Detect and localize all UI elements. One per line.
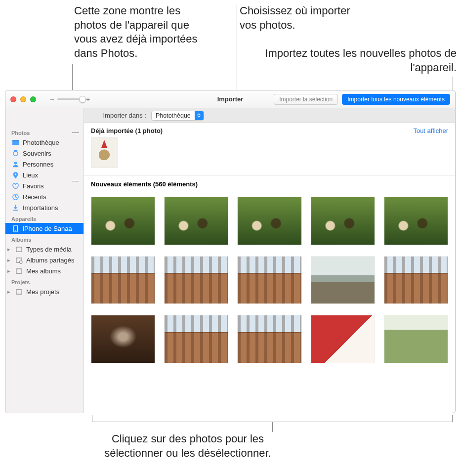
already-imported-label: Déjà importée (1 photo)	[91, 127, 163, 134]
photo-thumbnail[interactable]	[91, 137, 118, 168]
sidebar-item-label: Types de média	[26, 246, 72, 253]
heart-icon	[11, 182, 19, 190]
svg-point-11	[19, 260, 22, 263]
sidebar: Photos Photothèque Souvenirs Personnes L…	[5, 90, 84, 413]
minimize-window-button[interactable]	[20, 96, 26, 102]
photo-thumbnail[interactable]	[384, 256, 448, 304]
disclosure-icon[interactable]: ▸	[7, 289, 12, 295]
import-all-new-button[interactable]: Importer tous les nouveaux éléments	[342, 94, 450, 105]
sidebar-item-my-albums[interactable]: ▸ Mes albums	[5, 265, 84, 276]
photo-thumbnail[interactable]	[384, 315, 448, 363]
people-icon	[11, 160, 19, 168]
places-icon	[11, 171, 19, 179]
zoom-slider[interactable]	[57, 98, 83, 100]
sidebar-item-label: Mes projets	[26, 288, 59, 296]
zoom-slider-thumb[interactable]	[79, 96, 86, 103]
sidebar-section-devices: Appareils	[5, 213, 84, 223]
callout-choose-destination: Choisissez où importer vos photos.	[240, 4, 368, 32]
photo-thumbnail[interactable]	[384, 197, 448, 245]
library-icon	[11, 138, 19, 146]
zoom-in-label: +	[86, 95, 90, 103]
photo-thumbnail[interactable]	[237, 197, 301, 245]
photo-thumbnail[interactable]	[164, 256, 228, 304]
photo-thumbnail[interactable]	[237, 315, 301, 363]
sidebar-item-library[interactable]: Photothèque	[5, 137, 84, 148]
album-icon	[15, 245, 23, 253]
sidebar-item-label: iPhone de Sanaa	[23, 225, 72, 232]
callout-line	[72, 181, 79, 181]
photo-thumbnail[interactable]	[311, 197, 375, 245]
callout-line	[72, 132, 79, 133]
sidebar-item-my-projects[interactable]: ▸ Mes projets	[5, 286, 84, 297]
sidebar-item-label: Récents	[23, 193, 46, 201]
svg-rect-12	[16, 268, 21, 273]
zoom-out-label: −	[50, 95, 54, 103]
download-icon	[11, 204, 19, 212]
callout-already-imported: Cette zone montre les photos de l'appare…	[74, 4, 212, 60]
photo-thumbnail[interactable]	[164, 197, 228, 245]
sidebar-item-label: Lieux	[23, 172, 38, 179]
phone-icon	[11, 224, 19, 232]
project-icon	[15, 288, 23, 296]
photo-thumbnail[interactable]	[164, 315, 228, 363]
new-items-grid	[84, 191, 455, 363]
already-imported-row	[84, 137, 455, 175]
sidebar-item-favorites[interactable]: Favoris	[5, 180, 84, 191]
shared-album-icon	[15, 256, 23, 264]
sidebar-section-albums: Albums	[5, 234, 84, 244]
photo-thumbnail[interactable]	[237, 256, 301, 304]
sidebar-item-label: Photothèque	[23, 139, 59, 146]
window-controls	[10, 96, 36, 102]
clock-icon	[11, 193, 19, 201]
sidebar-item-recents[interactable]: Récents	[5, 191, 84, 202]
disclosure-icon[interactable]: ▸	[7, 257, 12, 263]
sidebar-item-imports[interactable]: Importations	[5, 202, 84, 213]
sidebar-item-label: Personnes	[23, 161, 53, 168]
callout-bracket	[92, 415, 453, 422]
sidebar-item-label: Importations	[23, 204, 58, 212]
photos-app-window: − + Importer Importer la sélection Impor…	[5, 90, 456, 413]
disclosure-icon[interactable]: ▸	[7, 246, 12, 253]
sidebar-item-label: Souvenirs	[23, 150, 51, 157]
sidebar-item-media-types[interactable]: ▸ Types de média	[5, 244, 84, 255]
callout-line	[272, 422, 273, 432]
svg-rect-13	[16, 289, 21, 294]
svg-rect-1	[12, 140, 18, 141]
memories-icon	[11, 149, 19, 157]
sidebar-item-device[interactable]: iPhone de Sanaa	[5, 223, 84, 234]
fullscreen-window-button[interactable]	[30, 96, 36, 102]
chevron-updown-icon	[195, 111, 204, 120]
photo-thumbnail[interactable]	[311, 315, 375, 363]
import-selection-button[interactable]: Importer la sélection	[274, 94, 338, 105]
svg-point-5	[14, 173, 16, 174]
svg-rect-3	[13, 150, 17, 151]
album-icon	[15, 267, 23, 275]
photo-thumbnail[interactable]	[91, 256, 155, 304]
sidebar-section-projects: Projets	[5, 276, 84, 286]
show-all-link[interactable]: Tout afficher	[413, 127, 448, 134]
sidebar-item-people[interactable]: Personnes	[5, 159, 84, 170]
callout-select-photos: Cliquez sur des photos pour les sélectio…	[99, 432, 277, 460]
import-destination-value: Photothèque	[152, 112, 195, 119]
import-into-label: Importer dans :	[103, 112, 146, 119]
sidebar-item-places[interactable]: Lieux	[5, 170, 84, 180]
photo-thumbnail[interactable]	[311, 256, 375, 304]
svg-point-2	[13, 151, 17, 155]
disclosure-icon[interactable]: ▸	[7, 268, 12, 274]
titlebar: − + Importer Importer la sélection Impor…	[5, 90, 455, 108]
new-items-header: Nouveaux éléments (560 éléments)	[84, 175, 455, 191]
sidebar-section-photos: Photos	[5, 127, 84, 137]
sidebar-item-memories[interactable]: Souvenirs	[5, 148, 84, 159]
sidebar-item-label: Albums partagés	[26, 257, 75, 264]
sidebar-item-label: Favoris	[23, 182, 44, 190]
close-window-button[interactable]	[10, 96, 16, 102]
svg-point-4	[14, 161, 17, 164]
import-destination-select[interactable]: Photothèque	[151, 111, 204, 121]
sidebar-item-shared-albums[interactable]: ▸ Albums partagés	[5, 255, 84, 265]
callout-import-all: Importez toutes les nouvelles photos de …	[239, 46, 457, 75]
photo-thumbnail[interactable]	[91, 315, 155, 363]
photo-thumbnail[interactable]	[91, 197, 155, 245]
window-title: Importer	[217, 95, 244, 103]
import-content: Déjà importée (1 photo) Tout afficher No…	[84, 123, 455, 413]
svg-point-8	[15, 230, 16, 231]
